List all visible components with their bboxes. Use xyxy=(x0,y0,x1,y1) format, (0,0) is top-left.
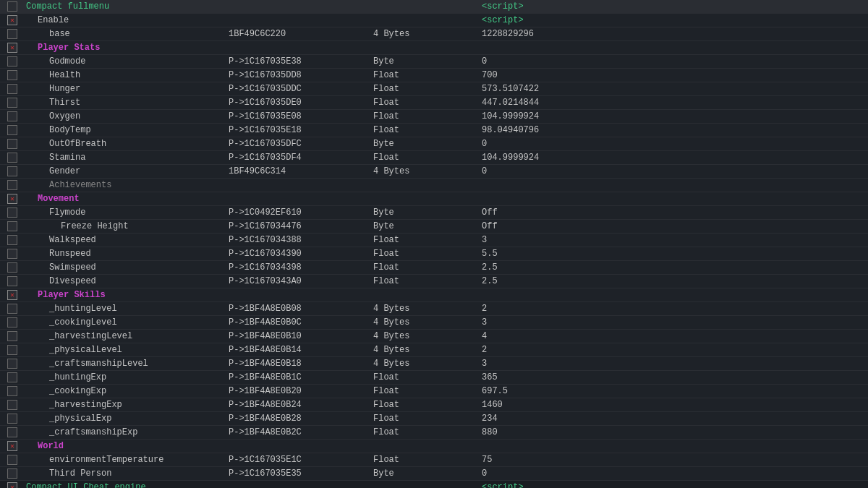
outofbreath-value: 0 xyxy=(479,139,867,149)
freeze-height-addr: P->1C167034476 xyxy=(226,221,370,231)
divespeed-checkbox[interactable] xyxy=(7,276,17,286)
enable-row: Enable <script> xyxy=(0,14,868,27)
ps-checkbox[interactable] xyxy=(7,43,17,53)
divespeed-row: Divespeed P->1C1670343A0 Float 2.5 xyxy=(0,275,868,288)
divespeed-addr: P->1C1670343A0 xyxy=(226,276,370,286)
runspeed-type: Float xyxy=(370,249,479,259)
envtemp-name: environmentTemperature xyxy=(23,455,226,465)
thirst-row: Thirst P->1C167035DE0 Float 447.0214844 xyxy=(0,96,868,110)
cookinglevel-checkbox[interactable] xyxy=(7,317,17,328)
thirdperson-checkbox[interactable] xyxy=(7,468,17,479)
player-skills-label: Player Skills xyxy=(23,290,226,300)
base-addr: 1BF49C6C220 xyxy=(226,29,370,39)
physicalexp-type: Float xyxy=(370,414,479,424)
physicalexp-checkbox[interactable] xyxy=(7,414,17,424)
achievements-checkbox[interactable] xyxy=(7,180,17,190)
flymode-checkbox[interactable] xyxy=(7,207,17,218)
harvestingexp-checkbox[interactable] xyxy=(7,400,17,410)
physicallevel-value: 2 xyxy=(479,345,867,355)
outofbreath-checkbox[interactable] xyxy=(7,139,17,149)
compact-fullmenu-label[interactable]: Compact fullmenu xyxy=(23,1,226,12)
swimspeed-value: 2.5 xyxy=(479,262,867,273)
gender-checkbox[interactable] xyxy=(7,166,17,176)
physicallevel-checkbox[interactable] xyxy=(7,345,17,355)
compact-enable-script[interactable]: <script> xyxy=(479,1,867,12)
footer-script[interactable]: <script> xyxy=(479,482,867,488)
bodytemp-checkbox[interactable] xyxy=(7,125,17,135)
footer-checkbox[interactable] xyxy=(7,482,17,488)
walkspeed-type: Float xyxy=(370,235,479,245)
bodytemp-addr: P->1C167035E18 xyxy=(226,125,370,135)
huntinglevel-checkbox[interactable] xyxy=(7,304,17,314)
stamina-checkbox[interactable] xyxy=(7,153,17,163)
craftsmanshipexp-addr: P->1BF4A8E0B2C xyxy=(226,427,370,437)
outofbreath-type: Byte xyxy=(370,139,479,149)
thirst-type: Float xyxy=(370,98,479,108)
freeze-height-checkbox[interactable] xyxy=(7,221,17,231)
player-skills-checkbox[interactable] xyxy=(7,290,17,300)
oxygen-checkbox[interactable] xyxy=(7,111,17,121)
outofbreath-addr: P->1C167035DFC xyxy=(226,139,370,149)
health-value: 700 xyxy=(479,70,867,80)
gender-addr: 1BF49C6C314 xyxy=(226,166,370,176)
swimspeed-checkbox[interactable] xyxy=(7,262,17,273)
base-row: base 1BF49C6C220 4 Bytes 1228829296 xyxy=(0,27,868,41)
craftsmanshiplevel-checkbox[interactable] xyxy=(7,359,17,369)
physicalexp-row: _physicalExp P->1BF4A8E0B28 Float 234 xyxy=(0,412,868,426)
enable-script-value[interactable]: <script> xyxy=(479,15,867,25)
craftsmanshipexp-checkbox[interactable] xyxy=(7,427,17,437)
harvestingexp-name: _harvestingExp xyxy=(23,400,226,410)
thirst-addr: P->1C167035DE0 xyxy=(226,98,370,108)
godmode-checkbox[interactable] xyxy=(7,56,17,67)
movement-checkbox[interactable] xyxy=(7,194,17,204)
divespeed-value: 2.5 xyxy=(479,276,867,286)
physicalexp-name: _physicalExp xyxy=(23,414,226,424)
cookinglevel-addr: P->1BF4A8E0B0C xyxy=(226,317,370,328)
harvestinglevel-checkbox[interactable] xyxy=(7,331,17,341)
envtemp-checkbox[interactable] xyxy=(7,455,17,465)
cookingexp-checkbox[interactable] xyxy=(7,386,17,396)
runspeed-checkbox[interactable] xyxy=(7,249,17,259)
huntingexp-name: _huntingExp xyxy=(23,372,226,382)
harvestinglevel-addr: P->1BF4A8E0B10 xyxy=(226,331,370,341)
godmode-type: Byte xyxy=(370,56,479,67)
harvestingexp-type: Float xyxy=(370,400,479,410)
world-checkbox[interactable] xyxy=(7,441,17,451)
physicalexp-addr: P->1BF4A8E0B28 xyxy=(226,414,370,424)
footer-label[interactable]: Compact UI Cheat engine xyxy=(23,482,226,488)
swimspeed-type: Float xyxy=(370,262,479,273)
gender-row: Gender 1BF49C6C314 4 Bytes 0 xyxy=(0,165,868,179)
thirdperson-addr: P->1C167035E35 xyxy=(226,468,370,479)
bodytemp-name: BodyTemp xyxy=(23,125,226,135)
swimspeed-addr: P->1C167034398 xyxy=(226,262,370,273)
hunger-addr: P->1C167035DDC xyxy=(226,84,370,94)
cookingexp-value: 697.5 xyxy=(479,386,867,396)
health-addr: P->1C167035DD8 xyxy=(226,70,370,80)
huntinglevel-type: 4 Bytes xyxy=(370,304,479,314)
health-type: Float xyxy=(370,70,479,80)
huntingexp-checkbox[interactable] xyxy=(7,372,17,382)
enable-label: Enable xyxy=(23,15,226,25)
gender-type: 4 Bytes xyxy=(370,166,479,176)
walkspeed-value: 3 xyxy=(479,235,867,245)
outofbreath-row: OutOfBreath P->1C167035DFC Byte 0 xyxy=(0,137,868,151)
envtemp-type: Float xyxy=(370,455,479,465)
freeze-height-type: Byte xyxy=(370,221,479,231)
craftsmanshipexp-value: 880 xyxy=(479,427,867,437)
health-checkbox[interactable] xyxy=(7,70,17,80)
walkspeed-addr: P->1C167034388 xyxy=(226,235,370,245)
godmode-value: 0 xyxy=(479,56,867,67)
runspeed-value: 5.5 xyxy=(479,249,867,259)
thirst-checkbox[interactable] xyxy=(7,98,17,108)
compact-checkbox[interactable] xyxy=(7,1,17,12)
enable-checkbox[interactable] xyxy=(7,15,17,25)
base-checkbox[interactable] xyxy=(7,29,17,39)
health-row: Health P->1C167035DD8 Float 700 xyxy=(0,69,868,82)
cookinglevel-row: _cookingLevel P->1BF4A8E0B0C 4 Bytes 3 xyxy=(0,316,868,330)
cookingexp-type: Float xyxy=(370,386,479,396)
envtemp-value: 75 xyxy=(479,455,867,465)
flymode-name: Flymode xyxy=(23,207,226,218)
hunger-checkbox[interactable] xyxy=(7,84,17,94)
craftsmanshiplevel-value: 3 xyxy=(479,359,867,369)
walkspeed-checkbox[interactable] xyxy=(7,235,17,245)
